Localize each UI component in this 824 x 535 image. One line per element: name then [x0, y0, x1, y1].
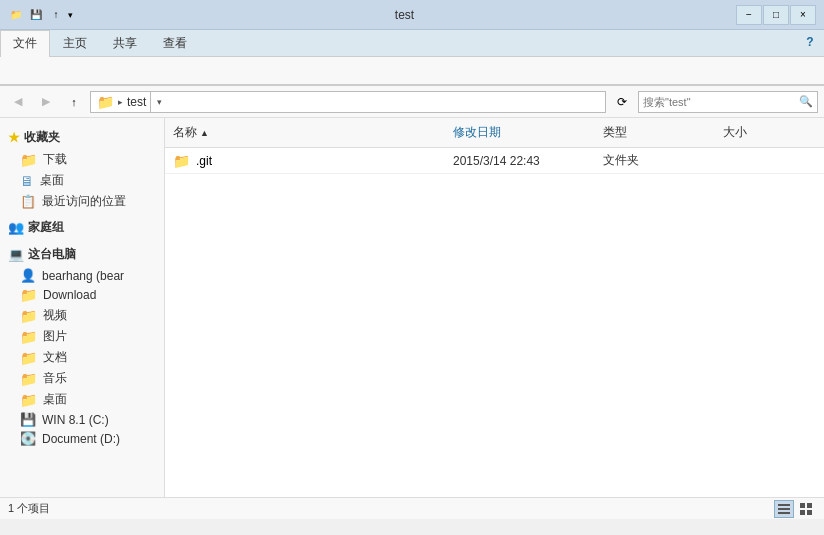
file-type: 文件夹	[603, 153, 639, 167]
file-type-cell: 文件夹	[595, 152, 715, 169]
sidebar-header-favorites[interactable]: ★ 收藏夹	[0, 126, 164, 149]
thispc-label: 这台电脑	[28, 246, 76, 263]
tab-home[interactable]: 主页	[50, 30, 100, 56]
column-headers: 名称 ▲ 修改日期 类型 大小	[165, 118, 824, 148]
homegroup-icon: 👥	[8, 220, 24, 235]
save-icon[interactable]: 💾	[28, 7, 44, 23]
sidebar-item-drivd[interactable]: 💽 Document (D:)	[0, 429, 164, 448]
col-header-date[interactable]: 修改日期	[445, 122, 595, 143]
sidebar-header-thispc[interactable]: 💻 这台电脑	[0, 243, 164, 266]
file-folder-icon: 📁	[173, 153, 190, 169]
title-bar-quick-icons: 📁 💾 ↑ ▾	[8, 7, 73, 23]
music-folder-icon: 📁	[20, 371, 37, 387]
recent-icon: 📋	[20, 194, 36, 209]
address-path-chevron: ▸	[118, 97, 123, 107]
maximize-button[interactable]: □	[763, 5, 789, 25]
item-count: 1 个项目	[8, 501, 50, 516]
ribbon-content	[0, 57, 824, 85]
sidebar-item-video-label: 视频	[43, 307, 67, 324]
address-input[interactable]: 📁 ▸ test ▾	[90, 91, 606, 113]
ribbon: 文件 主页 共享 查看 ?	[0, 30, 824, 86]
sort-arrow-icon: ▲	[200, 128, 209, 138]
sidebar-item-download-label: 下载	[43, 151, 67, 168]
file-name-cell: 📁 .git	[165, 153, 445, 169]
download-folder-icon: 📁	[20, 152, 37, 168]
sidebar-item-drivc-label: WIN 8.1 (C:)	[42, 413, 109, 427]
svg-rect-2	[778, 512, 790, 514]
search-input[interactable]	[639, 96, 795, 108]
address-dropdown-button[interactable]: ▾	[150, 91, 168, 113]
sidebar-item-desktop-label: 桌面	[40, 172, 64, 189]
sidebar-item-pictures-label: 图片	[43, 328, 67, 345]
sidebar-item-recent[interactable]: 📋 最近访问的位置	[0, 191, 164, 212]
sidebar-item-download[interactable]: 📁 下载	[0, 149, 164, 170]
large-icon-view-button[interactable]	[796, 500, 816, 518]
close-button[interactable]: ×	[790, 5, 816, 25]
sidebar-item-pc-download[interactable]: 📁 Download	[0, 285, 164, 305]
app-icon: 📁	[8, 7, 24, 23]
sidebar-item-video[interactable]: 📁 视频	[0, 305, 164, 326]
col-header-size[interactable]: 大小	[715, 122, 815, 143]
refresh-button[interactable]: ⟳	[610, 90, 634, 114]
help-button[interactable]: ?	[800, 30, 820, 54]
sidebar-item-bearhang-label: bearhang (bear	[42, 269, 124, 283]
forward-button[interactable]: ▶	[34, 90, 58, 114]
sidebar-item-docs-label: 文档	[43, 349, 67, 366]
up-button[interactable]: ↑	[62, 90, 86, 114]
view-toggle-buttons	[774, 500, 816, 518]
sidebar-item-pc-download-label: Download	[43, 288, 96, 302]
sidebar-item-desktop[interactable]: 🖥 桌面	[0, 170, 164, 191]
tab-file[interactable]: 文件	[0, 30, 50, 57]
sidebar-item-drivd-label: Document (D:)	[42, 432, 120, 446]
details-view-icon	[777, 502, 791, 516]
title-bar: 📁 💾 ↑ ▾ test − □ ×	[0, 0, 824, 30]
user-icon: 👤	[20, 268, 36, 283]
sidebar-section-homegroup: 👥 家庭组	[0, 216, 164, 239]
sidebar-section-thispc: 💻 这台电脑 👤 bearhang (bear 📁 Download 📁 视频 …	[0, 243, 164, 448]
col-header-name[interactable]: 名称 ▲	[165, 122, 445, 143]
sidebar-item-music[interactable]: 📁 音乐	[0, 368, 164, 389]
sidebar-item-pictures[interactable]: 📁 图片	[0, 326, 164, 347]
favorites-label: 收藏夹	[24, 129, 60, 146]
file-date-cell: 2015/3/14 22:43	[445, 154, 595, 168]
minimize-button[interactable]: −	[736, 5, 762, 25]
file-date: 2015/3/14 22:43	[453, 154, 540, 168]
sidebar-item-recent-label: 最近访问的位置	[42, 193, 126, 210]
sidebar-section-favorites: ★ 收藏夹 📁 下载 🖥 桌面 📋 最近访问的位置	[0, 126, 164, 212]
address-bar: ◀ ▶ ↑ 📁 ▸ test ▾ ⟳ 🔍	[0, 86, 824, 118]
pc-desktop-folder-icon: 📁	[20, 392, 37, 408]
back-button[interactable]: ◀	[6, 90, 30, 114]
drive-c-icon: 💾	[20, 412, 36, 427]
pictures-folder-icon: 📁	[20, 329, 37, 345]
sidebar-item-drivc[interactable]: 💾 WIN 8.1 (C:)	[0, 410, 164, 429]
desktop-folder-icon: 🖥	[20, 173, 34, 189]
svg-rect-0	[778, 504, 790, 506]
content-area: 名称 ▲ 修改日期 类型 大小 📁 .git 2015/3/14 22:43	[165, 118, 824, 497]
file-name: .git	[196, 154, 212, 168]
tab-view[interactable]: 查看	[150, 30, 200, 56]
ribbon-tab-bar: 文件 主页 共享 查看 ?	[0, 30, 824, 57]
tab-share[interactable]: 共享	[100, 30, 150, 56]
window-title: test	[73, 8, 736, 22]
main-layout: ★ 收藏夹 📁 下载 🖥 桌面 📋 最近访问的位置 👥 家庭组	[0, 118, 824, 497]
details-view-button[interactable]	[774, 500, 794, 518]
status-bar: 1 个项目	[0, 497, 824, 519]
drive-d-icon: 💽	[20, 431, 36, 446]
search-box: 🔍	[638, 91, 818, 113]
up-icon[interactable]: ↑	[48, 7, 64, 23]
col-header-type[interactable]: 类型	[595, 122, 715, 143]
homegroup-label: 家庭组	[28, 219, 64, 236]
sidebar-item-music-label: 音乐	[43, 370, 67, 387]
address-path-text: test	[127, 95, 146, 109]
sidebar-item-bearhang[interactable]: 👤 bearhang (bear	[0, 266, 164, 285]
search-icon[interactable]: 🔍	[795, 91, 817, 113]
sidebar-item-docs[interactable]: 📁 文档	[0, 347, 164, 368]
address-folder-icon: 📁	[97, 94, 114, 110]
sidebar-item-pc-desktop-label: 桌面	[43, 391, 67, 408]
sidebar-header-homegroup[interactable]: 👥 家庭组	[0, 216, 164, 239]
sidebar-item-pc-desktop[interactable]: 📁 桌面	[0, 389, 164, 410]
svg-rect-5	[800, 510, 805, 515]
table-row[interactable]: 📁 .git 2015/3/14 22:43 文件夹	[165, 148, 824, 174]
large-icon-view-icon	[799, 502, 813, 516]
svg-rect-1	[778, 508, 790, 510]
